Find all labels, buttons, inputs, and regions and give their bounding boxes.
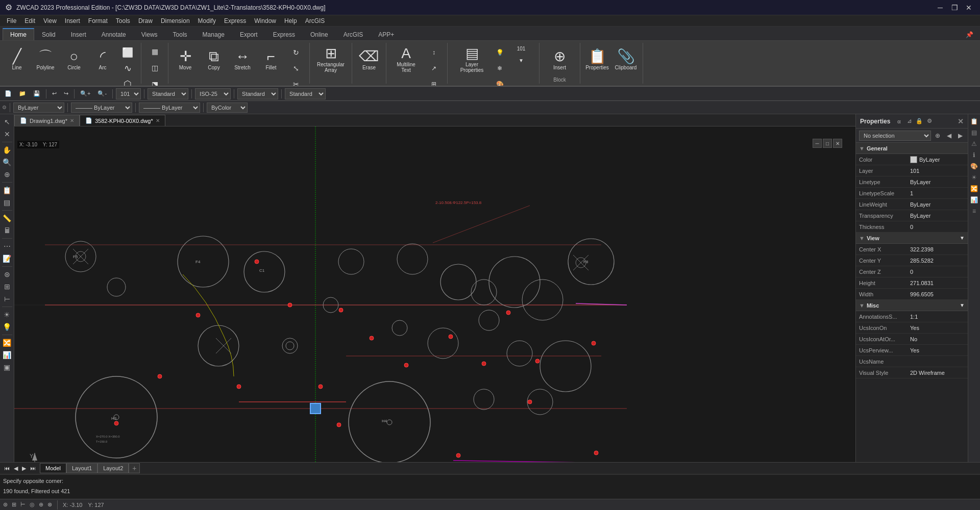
prop-icon-filter[interactable]: ⊿ <box>904 117 914 126</box>
menu-view[interactable]: View <box>39 16 61 26</box>
drawing-tab-1-close[interactable]: ✕ <box>70 118 74 123</box>
draw-small-2[interactable]: ∿ <box>117 61 138 76</box>
menu-draw[interactable]: Draw <box>134 16 157 26</box>
ris-info[interactable]: ℹ <box>969 150 979 160</box>
properties-left-button[interactable]: 📋 <box>2 185 13 196</box>
vp-minimize-button[interactable]: ─ <box>813 139 822 148</box>
toolbar2-zoom-out[interactable]: 🔍- <box>95 88 109 99</box>
menu-window[interactable]: Window <box>250 16 280 26</box>
tab-nav-next[interactable]: ▶ <box>20 463 28 474</box>
misc-section-header[interactable]: ▼ Misc ▼ <box>856 300 968 311</box>
grid-button[interactable]: ⊞ <box>2 281 13 292</box>
coord-otrack-btn[interactable]: ⊗ <box>47 501 52 508</box>
sel-arrow-right[interactable]: ▶ <box>955 131 965 140</box>
measure-button[interactable]: 📏 <box>2 213 13 224</box>
bylayer-select-3[interactable]: ——— ByLayer <box>139 103 200 113</box>
coord-grid-btn[interactable]: ⊞ <box>12 501 16 508</box>
prop-icon-gear[interactable]: ⚙ <box>925 117 934 126</box>
layer-on-button[interactable]: 💡 <box>489 45 510 60</box>
tab-annotate[interactable]: Annotate <box>94 28 134 40</box>
general-section-header[interactable]: ▼ General <box>856 143 968 154</box>
sel-quick-select[interactable]: ⊕ <box>933 131 942 140</box>
style-select-2[interactable]: ISO-25 <box>195 88 231 99</box>
tab-insert[interactable]: Insert <box>63 28 94 40</box>
prop-height-value[interactable]: 271.0831 <box>910 280 965 286</box>
drawing-content[interactable]: H3 X=270.0 X=350.0 T=150.0 H4 F5 F4 C1 F… <box>14 126 855 462</box>
erase-button[interactable]: ⌫ Erase <box>355 44 383 75</box>
drawing-tab-2[interactable]: 📄 3582-KPH0-00X0.dwg* ✕ <box>80 115 165 126</box>
tab-tools[interactable]: Tools <box>165 28 195 40</box>
bylayer-select-1[interactable]: ByLayer <box>13 103 64 113</box>
code-button[interactable]: ▣ <box>2 362 13 373</box>
nav-button[interactable]: 🔀 <box>2 337 13 348</box>
properties-close-button[interactable]: ✕ <box>958 117 964 125</box>
clipboard-button[interactable]: 📎 Clipboard <box>612 44 640 75</box>
bottom-tab-model[interactable]: Model <box>40 463 66 473</box>
menu-format[interactable]: Format <box>84 16 112 26</box>
style-select-4[interactable]: Standard <box>285 88 326 99</box>
canvas-area[interactable]: 📄 Drawing1.dwg* ✕ 📄 3582-KPH0-00X0.dwg* … <box>14 114 855 462</box>
pan-button[interactable]: ✋ <box>2 144 13 156</box>
tab-home[interactable]: Home <box>3 28 34 40</box>
prop-visualstyle-value[interactable]: 2D Wireframe <box>910 370 965 376</box>
menu-file[interactable]: File <box>3 16 20 26</box>
bycolor-select[interactable]: ByColor <box>207 103 248 113</box>
layer-properties-button[interactable]: ▤ LayerProperties <box>455 44 488 75</box>
prop-lineweight-value[interactable]: ByLayer <box>910 201 965 208</box>
draw-small-1[interactable]: ⬜ <box>117 45 138 60</box>
cursor-indicator[interactable] <box>310 403 321 414</box>
copy-button[interactable]: ⧉ Copy <box>200 44 228 75</box>
coord-osnap-btn[interactable]: ⊕ <box>39 501 43 508</box>
prop-layer-value[interactable]: 101 <box>910 168 965 174</box>
escape-button[interactable]: ✕ <box>2 129 13 140</box>
prop-width-value[interactable]: 996.6505 <box>910 291 965 297</box>
ris-color[interactable]: 🎨 <box>969 161 979 171</box>
menu-modify[interactable]: Modify <box>194 16 220 26</box>
toolbar2-zoom-in[interactable]: 🔍+ <box>78 88 93 99</box>
tab-views[interactable]: Views <box>134 28 165 40</box>
ortho-button[interactable]: ⊢ <box>2 293 13 304</box>
menu-edit[interactable]: Edit <box>20 16 39 26</box>
tab-appplus[interactable]: APP+ <box>371 28 402 40</box>
toolbar2-newfile[interactable]: 📄 <box>2 88 14 99</box>
table-button[interactable]: ⊞ <box>424 76 444 87</box>
layer-more-button[interactable]: ▼ <box>511 53 531 68</box>
render-button[interactable]: ☀ <box>2 309 13 320</box>
fillet-button[interactable]: ⌐ Fillet <box>257 44 285 75</box>
move-button[interactable]: ✛ Move <box>172 44 199 75</box>
snap-button[interactable]: ⊛ <box>2 269 13 280</box>
bottom-tab-add[interactable]: + <box>129 463 140 473</box>
ris-alert[interactable]: ⚠ <box>969 139 979 149</box>
arc-button[interactable]: ◜ Arc <box>89 44 116 75</box>
prop-ucsperview-value[interactable]: Yes <box>910 347 965 353</box>
sel-arrow-left[interactable]: ◀ <box>944 131 953 140</box>
menu-dimension[interactable]: Dimension <box>157 16 194 26</box>
tab-express[interactable]: Express <box>265 28 303 40</box>
bottom-tab-layout2[interactable]: Layout2 <box>97 463 129 473</box>
vp-restore-button[interactable]: □ <box>823 139 832 148</box>
menu-help[interactable]: Help <box>280 16 301 26</box>
tab-manage[interactable]: Manage <box>195 28 232 40</box>
menu-tools[interactable]: Tools <box>112 16 134 26</box>
prop-thickness-value[interactable]: 0 <box>910 224 965 230</box>
ris-layers[interactable]: ▤ <box>969 128 979 138</box>
rectangular-array-button[interactable]: ⊞ RectangularArray <box>313 44 349 75</box>
vp-close-button[interactable]: ✕ <box>833 139 842 148</box>
view-section-header[interactable]: ▼ View ▼ <box>856 233 968 244</box>
line-button[interactable]: ╱ Line <box>3 44 31 75</box>
draw-small-3[interactable]: ⬡ <box>117 76 138 87</box>
prop-centerz-value[interactable]: 0 <box>910 269 965 275</box>
prop-linetype-value[interactable]: ByLayer <box>910 179 965 185</box>
region-button[interactable]: ⬔ <box>144 76 165 87</box>
menu-express[interactable]: Express <box>220 16 250 26</box>
prop-annotations-value[interactable]: 1:1 <box>910 314 965 320</box>
prop-linetypescale-value[interactable]: 1 <box>910 190 965 196</box>
trim-button[interactable]: ✂ <box>286 76 306 87</box>
prop-ucsiconatorigin-value[interactable]: No <box>910 336 965 342</box>
window-controls[interactable]: ─ ❒ ✕ <box>934 2 975 14</box>
selection-dropdown[interactable]: No selection <box>859 131 931 141</box>
bylayer-select-2[interactable]: ——— ByLayer <box>71 103 132 113</box>
zoom-window-button[interactable]: 🔍 <box>2 157 13 168</box>
layer-select-dropdown[interactable]: 101 <box>116 88 141 99</box>
rotate-button[interactable]: ↻ <box>286 45 306 60</box>
